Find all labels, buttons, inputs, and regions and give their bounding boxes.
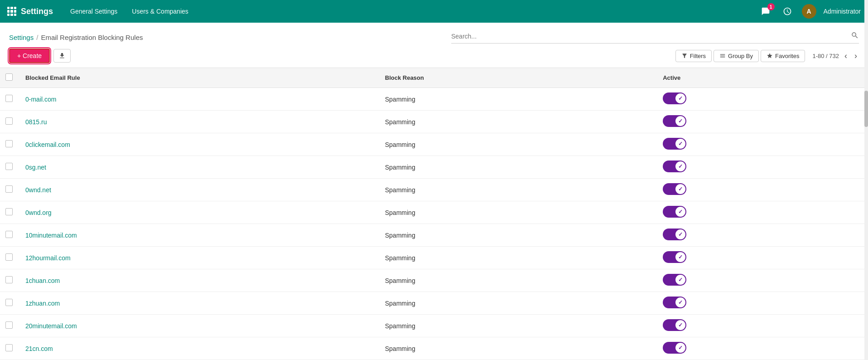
cell-active[interactable]: ✓: [656, 179, 854, 201]
top-navigation: Settings General Settings Users & Compan…: [0, 0, 868, 23]
table-row[interactable]: 21cn.com Spamming ✓: [0, 337, 868, 360]
group-by-button[interactable]: Group By: [714, 50, 759, 62]
row-checkbox[interactable]: [5, 231, 13, 238]
cell-active[interactable]: ✓: [656, 247, 854, 269]
row-checkbox[interactable]: [5, 117, 13, 125]
cell-active[interactable]: ✓: [656, 292, 854, 315]
cell-active[interactable]: ✓: [656, 315, 854, 337]
table-row[interactable]: 1chuan.com Spamming ✓: [0, 269, 868, 292]
row-checkbox-cell[interactable]: [0, 269, 18, 292]
active-toggle[interactable]: ✓: [663, 342, 686, 354]
download-button[interactable]: [53, 49, 71, 63]
col-header-active[interactable]: Active: [656, 68, 854, 88]
row-checkbox[interactable]: [5, 140, 13, 147]
cell-email[interactable]: 10minutemail.com: [18, 224, 378, 247]
create-button[interactable]: + Create: [9, 49, 50, 63]
search-input[interactable]: [451, 33, 847, 40]
cell-email[interactable]: 1chuan.com: [18, 269, 378, 292]
cell-active[interactable]: ✓: [656, 224, 854, 247]
cell-email[interactable]: 1zhuan.com: [18, 292, 378, 315]
row-checkbox[interactable]: [5, 163, 13, 170]
check-icon: ✓: [678, 299, 683, 306]
table-row[interactable]: 12hourmail.com Spamming ✓: [0, 247, 868, 269]
active-toggle[interactable]: ✓: [663, 92, 686, 104]
active-toggle[interactable]: ✓: [663, 138, 686, 150]
cell-active[interactable]: ✓: [656, 337, 854, 360]
cell-active[interactable]: ✓: [656, 156, 854, 179]
cell-email[interactable]: 0clickemail.com: [18, 133, 378, 156]
cell-reason: Spamming: [378, 337, 656, 360]
header-top-row: Settings / Email Registration Blocking R…: [9, 23, 859, 45]
nav-general-settings[interactable]: General Settings: [64, 4, 124, 19]
avatar[interactable]: A: [802, 4, 816, 19]
active-toggle[interactable]: ✓: [663, 206, 686, 218]
table-row[interactable]: 0815.ru Spamming ✓: [0, 111, 868, 133]
cell-active[interactable]: ✓: [656, 269, 854, 292]
row-checkbox[interactable]: [5, 185, 13, 193]
active-toggle[interactable]: ✓: [663, 115, 686, 127]
cell-active[interactable]: ✓: [656, 111, 854, 133]
cell-email[interactable]: 20minutemail.com: [18, 315, 378, 337]
row-checkbox[interactable]: [5, 208, 13, 215]
active-toggle[interactable]: ✓: [663, 183, 686, 195]
table-row[interactable]: 0clickemail.com Spamming ✓: [0, 133, 868, 156]
table-row[interactable]: 20minutemail.com Spamming ✓: [0, 315, 868, 337]
cell-email[interactable]: 12hourmail.com: [18, 247, 378, 269]
breadcrumb-root[interactable]: Settings: [9, 34, 34, 41]
user-name[interactable]: Administrator: [824, 8, 861, 15]
select-all-header[interactable]: [0, 68, 18, 88]
table-row[interactable]: 0wnd.org Spamming ✓: [0, 201, 868, 224]
clock-button[interactable]: [780, 4, 795, 19]
row-checkbox-cell[interactable]: [0, 315, 18, 337]
row-checkbox[interactable]: [5, 95, 13, 102]
row-checkbox[interactable]: [5, 299, 13, 306]
active-toggle[interactable]: ✓: [663, 319, 686, 331]
filters-button[interactable]: Filters: [675, 50, 712, 62]
row-checkbox-cell[interactable]: [0, 156, 18, 179]
app-logo[interactable]: Settings: [7, 7, 53, 16]
active-toggle[interactable]: ✓: [663, 229, 686, 240]
active-toggle[interactable]: ✓: [663, 161, 686, 172]
cell-active[interactable]: ✓: [656, 133, 854, 156]
nav-users-companies[interactable]: Users & Companies: [125, 4, 195, 19]
active-toggle[interactable]: ✓: [663, 297, 686, 308]
cell-email[interactable]: 0wnd.net: [18, 179, 378, 201]
table-row[interactable]: 10minutemail.com Spamming ✓: [0, 224, 868, 247]
row-checkbox-cell[interactable]: [0, 292, 18, 315]
row-checkbox-cell[interactable]: [0, 88, 18, 111]
active-toggle[interactable]: ✓: [663, 274, 686, 286]
scrollbar-thumb[interactable]: [864, 91, 868, 127]
search-icon[interactable]: [851, 31, 859, 41]
table-row[interactable]: 0wnd.net Spamming ✓: [0, 179, 868, 201]
cell-email[interactable]: 0wnd.org: [18, 201, 378, 224]
favorites-button[interactable]: Favorites: [761, 50, 805, 62]
prev-page-button[interactable]: ‹: [843, 50, 849, 62]
row-checkbox-cell[interactable]: [0, 337, 18, 360]
table-row[interactable]: 0sg.net Spamming ✓: [0, 156, 868, 179]
row-checkbox-cell[interactable]: [0, 247, 18, 269]
scrollbar[interactable]: [864, 0, 868, 360]
row-checkbox[interactable]: [5, 276, 13, 283]
row-checkbox[interactable]: [5, 321, 13, 329]
col-header-blocked-email-rule[interactable]: Blocked Email Rule: [18, 68, 378, 88]
cell-email[interactable]: 0-mail.com: [18, 88, 378, 111]
cell-email[interactable]: 0815.ru: [18, 111, 378, 133]
row-checkbox-cell[interactable]: [0, 179, 18, 201]
row-checkbox-cell[interactable]: [0, 111, 18, 133]
active-toggle[interactable]: ✓: [663, 251, 686, 263]
row-checkbox[interactable]: [5, 253, 13, 261]
cell-active[interactable]: ✓: [656, 201, 854, 224]
row-checkbox-cell[interactable]: [0, 224, 18, 247]
notifications-button[interactable]: 1: [758, 4, 773, 19]
cell-email[interactable]: 0sg.net: [18, 156, 378, 179]
cell-email[interactable]: 21cn.com: [18, 337, 378, 360]
table-row[interactable]: 1zhuan.com Spamming ✓: [0, 292, 868, 315]
select-all-checkbox[interactable]: [5, 73, 13, 81]
row-checkbox[interactable]: [5, 344, 13, 351]
next-page-button[interactable]: ›: [853, 50, 859, 62]
cell-active[interactable]: ✓: [656, 88, 854, 111]
col-header-block-reason[interactable]: Block Reason: [378, 68, 656, 88]
row-checkbox-cell[interactable]: [0, 201, 18, 224]
table-row[interactable]: 0-mail.com Spamming ✓: [0, 88, 868, 111]
row-checkbox-cell[interactable]: [0, 133, 18, 156]
